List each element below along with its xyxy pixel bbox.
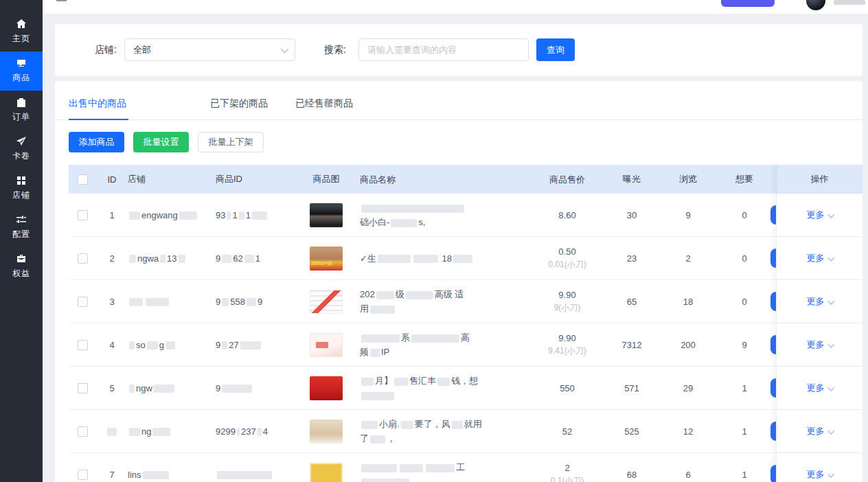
product-name-line: 系高 [360,330,526,345]
redacted-text [361,205,464,213]
price-value: 550 [532,382,603,395]
more-button[interactable]: 更多 [807,382,833,394]
product-id-cell: 4 [96,340,128,350]
actions-cell: 更多 [776,367,863,409]
batch-toggle-button[interactable]: 批量上下架 [198,132,264,152]
text-fragment: 558 [230,297,245,307]
text-fragment: ， [387,433,396,444]
views-cell: 18 [661,297,716,307]
avatar[interactable] [806,0,825,10]
store-cell: ngw [128,383,216,393]
tab-sold-out[interactable]: 已经售罄商品 [295,97,353,110]
row-checkbox[interactable] [78,297,88,307]
tab-off-shelf[interactable]: 已下架的商品 [210,97,268,110]
add-product-button[interactable]: 添加商品 [69,132,124,152]
redacted-text [222,341,227,349]
product-thumbnail [310,420,343,444]
shop-select-value: 全部 [133,44,151,56]
product-code-cell [216,470,293,480]
product-id-cell: 7 [96,470,128,480]
product-name-cell: 202级高级 适用 [360,287,532,316]
sidebar-item-shop[interactable]: 店铺 [0,169,43,208]
product-name-line: 础小白-s, [360,215,526,229]
price-value: 52 [532,425,603,438]
column-header: 商品名称 [360,172,532,187]
row-checkbox[interactable] [78,426,88,437]
redacted-text [394,378,408,386]
row-checkbox[interactable] [78,253,88,264]
row-select-cell [69,470,96,480]
redacted-text [107,428,117,436]
query-button[interactable]: 查询 [536,38,575,61]
redacted-text [227,211,231,220]
row-checkbox[interactable] [78,470,88,480]
text-fragment: 9 [216,340,220,350]
column-header: 店铺 [128,173,216,185]
product-name-line: ✓生 18 [360,251,526,266]
sidebar-item-rights[interactable]: 权益 [0,247,43,286]
row-checkbox[interactable] [78,383,88,393]
exposure-cell: 23 [603,253,661,264]
product-code-cell: 927 [216,340,293,350]
sidebar-item-goods[interactable]: 商品 [0,51,43,91]
redacted-text [376,291,394,299]
product-name-line: 频IP [360,345,526,359]
price-cell: 52 [532,425,603,438]
column-header: 想要 [716,173,773,185]
more-button[interactable]: 更多 [807,468,833,481]
sidebar-item-cards[interactable]: 卡卷 [0,130,43,169]
more-button[interactable]: 更多 [807,425,833,437]
more-label: 更多 [807,252,825,264]
row-checkbox[interactable] [78,210,88,220]
tab-on-sale[interactable]: 出售中的商品 [69,97,126,110]
sidebar-item-orders[interactable]: 订单 [0,91,43,130]
text-fragment: 频 [360,347,369,357]
redacted-text [453,255,472,263]
batch-set-button[interactable]: 批量设置 [133,132,189,152]
product-thumbnail [310,290,343,314]
text-fragment: ngw [136,383,152,393]
actions-cell: 更多 [776,323,863,366]
price-discount: 0.1(小刀) [532,474,603,482]
sidebar-item-label: 配置 [12,229,30,240]
product-image-cell [293,333,360,357]
price-cell: 9.909.41(小刀) [532,332,603,358]
price-value: 8.60 [532,209,603,222]
more-label: 更多 [807,468,825,481]
product-name-cell: 工 [360,460,532,482]
row-select-cell [69,297,96,307]
select-all-checkbox[interactable] [78,174,88,185]
more-button[interactable]: 更多 [807,295,833,308]
product-thumbnail [310,376,343,400]
product-thumbnail: 35000+部 [310,246,343,271]
topbar-primary-button[interactable] [721,0,775,7]
sidebar-item-label: 主页 [12,33,30,45]
price-discount: 9.41(小刀) [532,345,603,358]
column-header: 曝光 [603,173,661,185]
search-input[interactable] [358,38,529,61]
product-id-cell: 2 [96,253,128,264]
more-button[interactable]: 更多 [807,338,833,351]
home-icon [16,19,27,30]
text-fragment: 1 [232,210,237,220]
orders-icon [16,97,27,108]
redacted-text [426,464,455,472]
price-cell: 550 [532,382,603,395]
redacted-text [129,428,140,436]
product-code-cell: 9311 [216,210,293,220]
text-fragment: 202 [360,289,375,299]
sidebar-item-home[interactable]: 主页 [0,12,43,51]
menu-toggle-icon[interactable] [56,0,67,1]
sidebar-item-config[interactable]: 配置 [0,208,43,247]
row-checkbox[interactable] [78,340,88,350]
more-button[interactable]: 更多 [807,252,833,264]
more-button[interactable]: 更多 [807,209,833,221]
product-name-cell: 础小白-s, [360,200,532,229]
redacted-text [370,306,395,314]
redacted-text [258,428,262,436]
product-code-cell: 9 [216,383,293,393]
main-content: 店铺: 全部 搜索: 查询 出售中的商品 已下架的商品 已经售罄商品 添加商品 … [43,14,868,482]
product-image-cell [293,376,360,400]
shop-select[interactable]: 全部 [124,38,295,61]
text-fragment: 62 [233,253,242,264]
